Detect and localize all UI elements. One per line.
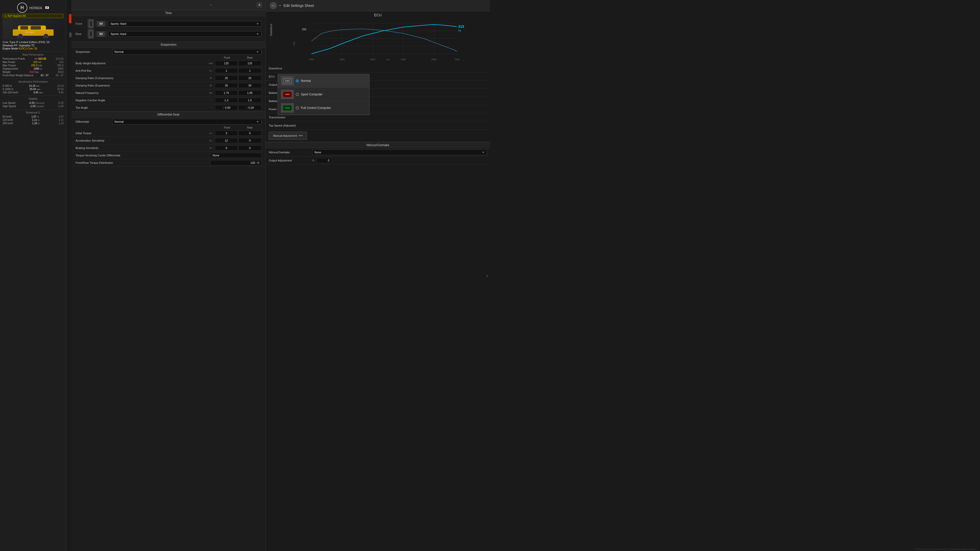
ecu-dropdown-overlay: Normal Sport Computer Fu [278, 74, 369, 115]
body-height-front-value[interactable]: 125 [215, 61, 238, 66]
toe-front-arrows: ⇕ [222, 106, 224, 109]
nitrous-output-adj-row: Output Adjustment % 0 [266, 157, 490, 165]
accel-sensitivity-rear-value[interactable]: 0 [239, 138, 261, 143]
suspension-dropdown[interactable]: Normal ▼ [112, 49, 261, 55]
initial-torque-front-value[interactable]: 3 [215, 130, 238, 136]
right-panel-inner: ••• ✏ Edit Settings Sheet ECU Downforce [266, 0, 490, 275]
tires-section: Front SH Sports: Hard ▼ Rear [72, 16, 266, 41]
ecu-full-control-label: Full Control Computer [301, 106, 331, 110]
ecu-normal-icon [281, 76, 294, 86]
braking-sensitivity-rear-value[interactable]: 0 [239, 145, 261, 151]
toe-front-value[interactable]: ⇕ 0.00 [215, 105, 238, 110]
body-height-rear-value[interactable]: 125 [239, 61, 261, 66]
ecu-option-full-control[interactable]: Full Control Computer [278, 101, 369, 115]
rear-tire-icon [88, 29, 94, 38]
transmission-label: Transmission [269, 116, 312, 119]
neg-camber-front-value[interactable]: 1.3 [215, 98, 238, 103]
torque-distribution-value[interactable]: 100 : 0 [210, 160, 261, 165]
high-speed-compare: -1.00 [58, 105, 64, 108]
damping-comp-label: Damping Ratio (Compression) [76, 76, 207, 79]
torque-distribution-label: Front/Rear Torque Distribution [76, 161, 210, 164]
diff-rear-header: Rear [239, 126, 261, 129]
settings-menu-dots[interactable]: ••• [270, 2, 277, 9]
downforce-vertical-label: Downforce [270, 24, 272, 36]
manual-adjustment-button[interactable]: Manual Adjustment ••• [269, 132, 307, 140]
initial-torque-row: Initial Torque Lv. 3 0 [72, 130, 266, 137]
nitrous-output-value[interactable]: 0 [317, 158, 332, 163]
differential-label: Differential [76, 120, 112, 123]
damping-exp-rear-value[interactable]: 30 [239, 83, 261, 88]
anti-roll-rear-value[interactable]: 1 [239, 68, 261, 73]
drivetrain-row: Drivetrain FF / Aspiration TC [3, 44, 64, 47]
ecu-option-normal[interactable]: Normal [278, 74, 369, 88]
svg-rect-13 [291, 21, 465, 62]
nitrous-section-header: Nitrous/Overtake [266, 142, 490, 148]
top-bar-menu-button[interactable]: ≡ [256, 2, 262, 8]
svg-text:3000: 3000 [370, 58, 375, 61]
damping-comp-front-value[interactable]: 25 [215, 76, 238, 81]
differential-value: Normal [115, 120, 124, 123]
weight-label: Weight [3, 71, 11, 73]
g-240-unit: G [38, 122, 40, 125]
nat-freq-rear-value[interactable]: 1.95 [239, 90, 261, 95]
bop-icon: ⚖ [4, 14, 6, 17]
weight-row: Weight 3020 lbs. 3020 [3, 70, 64, 74]
anti-roll-unit: Lv. [207, 69, 215, 72]
damping-exp-front-value[interactable]: 35 [215, 83, 238, 88]
torque-vectoring-value[interactable]: None [210, 153, 261, 158]
nat-freq-label: Natural Frequency [76, 91, 207, 94]
body-height-unit: mm [207, 62, 215, 65]
chevron-right-icon[interactable]: › [487, 273, 488, 276]
car-name: Civic Type R Limited Edition (FK8) '20 [3, 41, 64, 44]
svg-point-7 [45, 35, 47, 38]
g-60-row: 60 km/h 1.07 G 1.07 [3, 115, 64, 118]
ecu-chart-svg: 315 hp 295 ft·lb 1000 2000 3000 4000 500… [270, 21, 486, 62]
nitrous-overtake-row: Nitrous/Overtake None ▼ [266, 148, 490, 157]
anti-roll-front-value[interactable]: 1 [215, 68, 238, 73]
initial-torque-unit: Lv. [207, 132, 215, 135]
car-svg: SPY×FAMILY [8, 21, 59, 38]
zero-400-row: 0-400 m 14.18 sec. 14.18 [3, 84, 64, 87]
svg-point-43 [288, 94, 290, 95]
bop-badge: ⚖ BoP Applied (M) [3, 14, 64, 18]
diff-front-header: Front [215, 126, 239, 129]
rear-tire-select[interactable]: Sports: Hard ▼ [108, 31, 261, 37]
g-60-value: 1.07 [32, 115, 36, 118]
downforce-row: Downforce [266, 64, 490, 73]
svg-rect-36 [285, 80, 286, 82]
rear-tire-row: Rear SH Sports: Hard ▼ [76, 29, 261, 38]
nitrous-dropdown[interactable]: None ▼ [312, 149, 487, 155]
accel-sensitivity-label: Acceleration Sensitivity [76, 139, 207, 142]
neg-camber-rear-value[interactable]: 1.5 [239, 98, 261, 103]
accel-sensitivity-front-value[interactable]: 12 [215, 138, 238, 143]
braking-sensitivity-front-value[interactable]: 6 [215, 145, 238, 151]
differential-dropdown[interactable]: Normal ▼ [112, 119, 261, 124]
ecu-option-sport[interactable]: Sport Computer [278, 88, 369, 101]
center-scroll-area[interactable]: Tires Front SH Sports: Hard ▼ [72, 10, 266, 275]
frwb-value: 63 : 37 [41, 74, 48, 77]
rear-tire-badge: SH [96, 32, 106, 37]
left-panel: H HONDA 🇯🇵 ⚖ BoP Applied (M) SPY×FAMILY … [0, 0, 66, 275]
toe-rear-value[interactable]: ⇕ 0.20 [239, 105, 261, 110]
honda-logo: H [17, 3, 27, 13]
damping-comp-row: Damping Ratio (Compression) % 25 25 [72, 75, 266, 82]
max-power-compare: 315 [59, 61, 64, 64]
damping-exp-row: Damping Ratio (Expansion) % 35 30 [72, 82, 266, 89]
initial-torque-rear-value[interactable]: 0 [239, 130, 261, 136]
low-speed-value: -0.20 [29, 102, 35, 104]
rear-tire-type: Sports: Hard [110, 32, 126, 35]
g-60-label: 60 km/h [3, 115, 12, 118]
svg-text:ft·lb: ft·lb [293, 42, 296, 46]
suspension-section-header: Suspension [72, 41, 266, 48]
ecu-sport-radio [296, 93, 299, 96]
nat-freq-front-value[interactable]: 1.75 [215, 90, 238, 95]
ecu-full-control-icon [281, 103, 294, 113]
front-tire-row: Front SH Sports: Hard ▼ [76, 19, 261, 28]
weight-compare: 3020 [58, 71, 64, 73]
front-tire-select[interactable]: Sports: Hard ▼ [108, 21, 261, 27]
engine-value: K20C1-Civic-'20 [19, 47, 37, 50]
col-spacer [76, 56, 205, 59]
damping-comp-rear-value[interactable]: 25 [239, 76, 261, 81]
displacement-compare: 1995 [58, 67, 64, 70]
max-power-value: 315 [33, 61, 38, 64]
